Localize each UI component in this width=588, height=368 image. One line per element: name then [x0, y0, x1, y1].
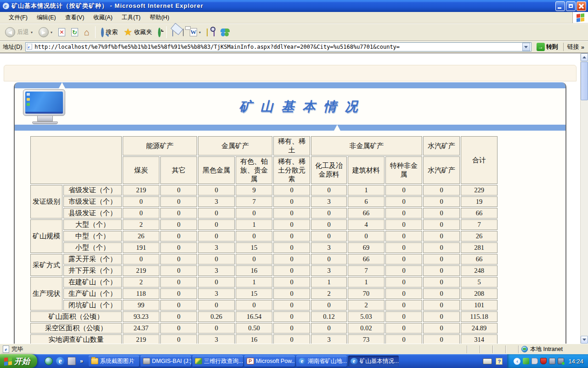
- address-dropdown-button[interactable]: [522, 43, 530, 51]
- keyboard-icon[interactable]: [483, 358, 492, 364]
- links-label: 链接: [567, 43, 579, 51]
- security-zone-pane: 本地 Intranet: [518, 345, 587, 353]
- table-cell: 248: [461, 265, 498, 276]
- taskbar-button-label: Microsoft Pow...: [256, 358, 295, 364]
- show-desktop-icon[interactable]: [68, 357, 76, 365]
- stop-button[interactable]: ✕: [56, 25, 68, 40]
- table-row: 矿山规模大型（个）2001004007: [30, 219, 498, 230]
- taskbar-button[interactable]: DMGIS-BAI (J:): [141, 356, 191, 367]
- table-cell: 1: [236, 219, 272, 230]
- start-button[interactable]: 开始: [0, 354, 37, 368]
- table-row-label: 大型（个）: [63, 219, 122, 230]
- back-button[interactable]: ◀后退▾: [3, 25, 35, 40]
- ime-help-icon[interactable]: ?: [496, 358, 503, 365]
- go-button[interactable]: → 转到: [534, 42, 561, 52]
- note-icon: [207, 29, 208, 36]
- print-button[interactable]: [181, 25, 186, 40]
- table-sub-header: 有色、铂族、贵金属: [236, 156, 272, 184]
- quick-launch: e »: [42, 354, 87, 368]
- table-row: 中型（个）260000000026: [30, 231, 498, 242]
- table-cell: 3: [311, 196, 347, 207]
- address-input[interactable]: e http://localhost/%e7%9f%bf%e5%b1%b1%e5…: [25, 42, 531, 52]
- messenger-button[interactable]: [218, 25, 223, 40]
- tray-network-icon[interactable]: [558, 358, 564, 364]
- table-cell: 7: [461, 219, 498, 230]
- taskbar-button[interactable]: e湖南省矿山地...: [296, 356, 347, 367]
- history-button[interactable]: [156, 25, 163, 40]
- word-icon: W: [190, 28, 197, 36]
- mail-icon: [172, 29, 173, 36]
- favorites-button[interactable]: ★收藏夹: [121, 25, 154, 40]
- scrollbar-thumb[interactable]: [581, 62, 588, 100]
- table-cell: 0: [385, 185, 422, 196]
- mail-button[interactable]: ▾: [170, 25, 179, 40]
- tray-collapse-icon[interactable]: ‹: [514, 358, 520, 365]
- table-cell: 3: [198, 334, 235, 344]
- menu-item[interactable]: 收藏(A): [89, 12, 117, 23]
- table-cell: 0: [273, 219, 310, 230]
- restore-button[interactable]: [566, 1, 576, 11]
- taskbar-button[interactable]: PMicrosoft Pow...: [244, 356, 295, 367]
- taskbar-button[interactable]: e矿山基本情况...: [348, 356, 399, 367]
- table-cell: 0: [423, 277, 460, 288]
- table-cell: 118: [123, 288, 159, 299]
- ie-app-icon: e: [2, 2, 10, 10]
- msn-quicklaunch-icon[interactable]: [45, 357, 53, 365]
- research-button[interactable]: [211, 25, 217, 40]
- toolbar-button-label: 收藏夹: [134, 28, 152, 36]
- table-row-label: 生产矿山（个）: [63, 288, 122, 299]
- scroll-down-button[interactable]: [581, 336, 588, 344]
- menu-item[interactable]: 文件(F): [5, 12, 32, 23]
- back-icon: ◀: [5, 27, 15, 37]
- table-row: 井下开采（个）219031603700248: [30, 265, 498, 276]
- taskbar-button-label: 矿山基本情况...: [360, 357, 399, 365]
- menu-item[interactable]: 工具(T): [118, 12, 145, 23]
- table-cell: 2: [123, 219, 159, 230]
- table-group-header: 稀有、稀土: [273, 136, 310, 155]
- links-toolbar[interactable]: 链接 »: [563, 43, 586, 51]
- table-cell: 0: [385, 334, 422, 344]
- table-cell: 0: [311, 208, 347, 218]
- minimize-button[interactable]: [555, 1, 565, 11]
- table-cell: 0: [273, 196, 310, 207]
- table-row: 生产现状在建矿山（个）2001011005: [30, 277, 498, 288]
- scroll-up-button[interactable]: [581, 53, 588, 61]
- forward-button[interactable]: ▶▾: [36, 25, 55, 40]
- tray-update-icon[interactable]: [523, 358, 529, 364]
- tray-display-icon[interactable]: [549, 358, 555, 364]
- table-sub-header: 黑色金属: [198, 156, 235, 184]
- home-button[interactable]: ⌂: [82, 25, 92, 40]
- taskbar-button[interactable]: 三维行政查询....: [192, 356, 243, 367]
- tray-security-shield-icon[interactable]: [540, 358, 547, 364]
- vertical-scrollbar[interactable]: [580, 53, 588, 344]
- close-button[interactable]: [577, 1, 586, 11]
- table-container: 能源矿产金属矿产稀有、稀土非金属矿产水汽矿产合计煤炭其它黑色金属有色、铂族、贵金…: [15, 131, 565, 344]
- menu-item[interactable]: 帮助(H): [146, 12, 173, 23]
- ie-icon: e: [351, 358, 358, 364]
- menu-item[interactable]: 编辑(E): [33, 12, 60, 23]
- taskbar-button[interactable]: 系统截图图片: [89, 356, 139, 367]
- table-cell: 0: [160, 208, 197, 218]
- table-row-group-label: 采矿方式: [30, 254, 62, 276]
- tray-volume-icon[interactable]: [531, 358, 538, 364]
- quicklaunch-more-icon[interactable]: »: [80, 358, 83, 364]
- table-group-header: 非金属矿产: [311, 136, 422, 155]
- table-cell: 99: [123, 300, 159, 310]
- favorites-icon: ★: [124, 28, 132, 37]
- task-buttons: 系统截图图片DMGIS-BAI (J:)三维行政查询....PMicrosoft…: [87, 354, 479, 368]
- table-cell: 66: [461, 208, 498, 218]
- note-button[interactable]: [204, 25, 210, 40]
- menu-item[interactable]: 查看(V): [61, 12, 89, 23]
- taskbar-button-label: DMGIS-BAI (J:): [152, 358, 191, 364]
- table-cell: 0: [311, 219, 347, 230]
- table-cell: 0: [160, 196, 197, 207]
- table-cell: 0: [236, 300, 272, 310]
- refresh-button[interactable]: ↻: [69, 25, 80, 40]
- table-cell: 0: [423, 300, 460, 310]
- ie-quicklaunch-icon[interactable]: e: [56, 357, 64, 365]
- table-cell: 0: [311, 254, 347, 264]
- table-cell: 16: [236, 265, 272, 276]
- search-button[interactable]: 搜索: [99, 25, 120, 40]
- table-cell: 16: [236, 334, 272, 344]
- table-cell: 0: [198, 208, 235, 218]
